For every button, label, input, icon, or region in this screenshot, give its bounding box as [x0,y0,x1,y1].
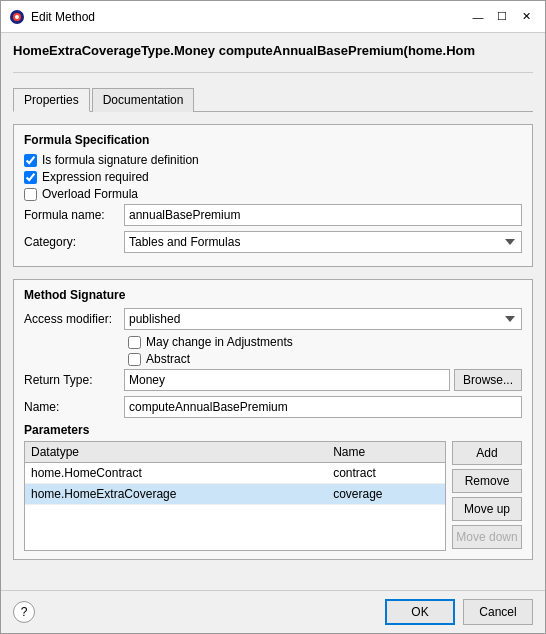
expression-required-checkbox[interactable] [24,171,37,184]
name-label: Name: [24,400,124,414]
window-icon [9,9,25,25]
abstract-label: Abstract [146,352,190,366]
parameters-buttons: Add Remove Move up Move down [452,441,522,551]
category-label: Category: [24,235,124,249]
col-name: Name [327,442,445,463]
parameters-table: Datatype Name home.HomeContract contract [25,442,445,505]
parameters-title: Parameters [24,423,522,437]
formula-name-row: Formula name: [24,204,522,226]
is-formula-signature-row: Is formula signature definition [24,153,522,167]
window-content: HomeExtraCoverageType.Money computeAnnua… [1,33,545,590]
svg-point-2 [15,15,19,19]
row0-datatype: home.HomeContract [25,463,327,484]
header-divider [13,72,533,73]
method-signature-title: Method Signature [24,288,522,302]
access-modifier-row: Access modifier: published private prote… [24,308,522,330]
col-datatype: Datatype [25,442,327,463]
category-select[interactable]: Tables and Formulas Calculations Utiliti… [124,231,522,253]
remove-button[interactable]: Remove [452,469,522,493]
table-row[interactable]: home.HomeContract contract [25,463,445,484]
may-change-checkbox[interactable] [128,336,141,349]
access-modifier-label: Access modifier: [24,312,124,326]
table-row[interactable]: home.HomeExtraCoverage coverage [25,484,445,505]
abstract-checkbox[interactable] [128,353,141,366]
may-change-label: May change in Adjustments [146,335,293,349]
abstract-row: Abstract [24,352,522,366]
tab-documentation[interactable]: Documentation [92,88,195,112]
footer: ? OK Cancel [1,590,545,633]
add-button[interactable]: Add [452,441,522,465]
window-title: Edit Method [31,10,461,24]
help-button[interactable]: ? [13,601,35,623]
tab-properties[interactable]: Properties [13,88,90,112]
may-change-row: May change in Adjustments [24,335,522,349]
maximize-button[interactable]: ☐ [491,6,513,28]
row1-name: coverage [327,484,445,505]
tab-bar: Properties Documentation [13,87,533,112]
is-formula-signature-checkbox[interactable] [24,154,37,167]
formula-specification-panel: Formula Specification Is formula signatu… [13,124,533,267]
ok-button[interactable]: OK [385,599,455,625]
formula-name-label: Formula name: [24,208,124,222]
close-button[interactable]: ✕ [515,6,537,28]
method-signature-panel: Method Signature Access modifier: publis… [13,279,533,560]
expression-required-label: Expression required [42,170,149,184]
parameters-table-wrapper: Datatype Name home.HomeContract contract [24,441,446,551]
window-controls: — ☐ ✕ [467,6,537,28]
access-modifier-select[interactable]: published private protected internal [124,308,522,330]
parameters-container: Datatype Name home.HomeContract contract [24,441,522,551]
footer-right: OK Cancel [385,599,533,625]
return-type-label: Return Type: [24,373,124,387]
table-header-row: Datatype Name [25,442,445,463]
footer-left: ? [13,601,35,623]
row0-name: contract [327,463,445,484]
overload-formula-label: Overload Formula [42,187,138,201]
category-row: Category: Tables and Formulas Calculatio… [24,231,522,253]
move-up-button[interactable]: Move up [452,497,522,521]
browse-button[interactable]: Browse... [454,369,522,391]
parameters-section: Parameters Datatype Name [24,423,522,551]
overload-formula-checkbox[interactable] [24,188,37,201]
name-input[interactable] [124,396,522,418]
is-formula-signature-label: Is formula signature definition [42,153,199,167]
edit-method-window: Edit Method — ☐ ✕ HomeExtraCoverageType.… [0,0,546,634]
return-type-input[interactable] [124,369,450,391]
return-type-row: Return Type: Browse... [24,369,522,391]
overload-formula-row: Overload Formula [24,187,522,201]
method-header: HomeExtraCoverageType.Money computeAnnua… [13,43,533,58]
row1-datatype: home.HomeExtraCoverage [25,484,327,505]
minimize-button[interactable]: — [467,6,489,28]
expression-required-row: Expression required [24,170,522,184]
move-down-button[interactable]: Move down [452,525,522,549]
title-bar: Edit Method — ☐ ✕ [1,1,545,33]
formula-specification-title: Formula Specification [24,133,522,147]
name-row: Name: [24,396,522,418]
cancel-button[interactable]: Cancel [463,599,533,625]
formula-name-input[interactable] [124,204,522,226]
